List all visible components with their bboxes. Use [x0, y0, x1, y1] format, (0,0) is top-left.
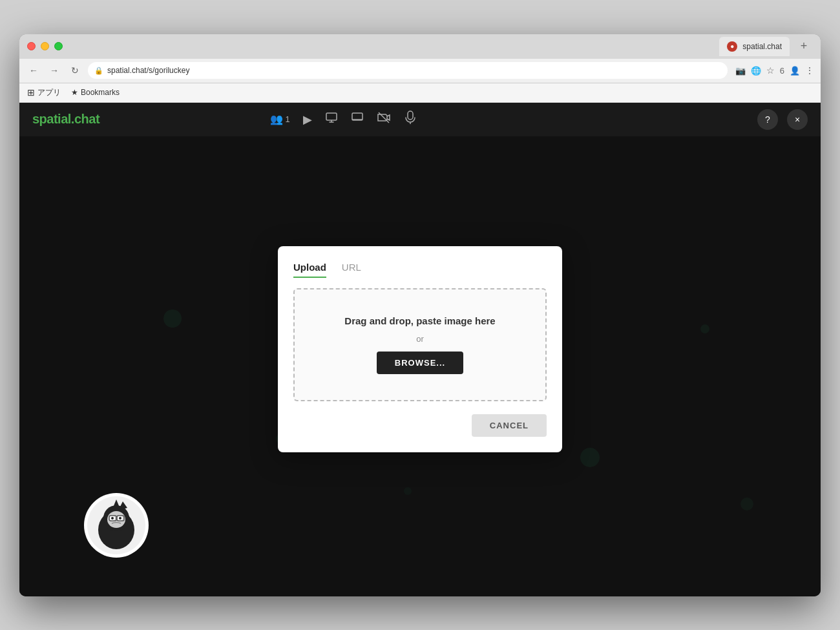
- star-icon[interactable]: ☆: [766, 65, 775, 76]
- more-icon[interactable]: ⋮: [805, 65, 814, 76]
- title-bar-right: ● spatial.chat +: [719, 37, 813, 56]
- tab-upload[interactable]: Upload: [293, 262, 326, 278]
- modal-footer: CANCEL: [293, 414, 547, 437]
- browse-button[interactable]: BROWSE...: [377, 352, 463, 374]
- tab-url[interactable]: URL: [342, 262, 361, 278]
- app-content: spatial.chat 👥 1 ▶: [19, 103, 821, 596]
- upload-modal: Upload URL Drag and drop, paste image he…: [278, 246, 562, 452]
- extension-icon[interactable]: 6: [780, 66, 784, 76]
- address-bar: ← → ↻ 🔒 spatial.chat/s/goriluckey 📷 🌐 ☆ …: [19, 59, 821, 83]
- title-bar: ● spatial.chat +: [19, 34, 821, 59]
- modal-tabs: Upload URL: [293, 262, 547, 278]
- maximize-traffic-light[interactable]: [54, 42, 63, 50]
- tab-label: spatial.chat: [742, 42, 782, 51]
- new-tab-button[interactable]: +: [795, 37, 813, 56]
- cancel-button[interactable]: CANCEL: [472, 414, 547, 437]
- tab-close-icon[interactable]: ●: [727, 41, 737, 52]
- browser-chrome: ● spatial.chat + ← → ↻ 🔒 spatial.chat/s/…: [19, 34, 821, 103]
- translate-icon[interactable]: 🌐: [751, 66, 761, 76]
- back-button[interactable]: ←: [26, 63, 41, 78]
- active-tab[interactable]: ● spatial.chat: [719, 37, 790, 56]
- drop-or-text: or: [416, 334, 424, 344]
- drop-zone[interactable]: Drag and drop, paste image here or BROWS…: [293, 288, 547, 401]
- lock-icon: 🔒: [94, 67, 103, 75]
- profile-icon[interactable]: 👤: [790, 66, 800, 76]
- apps-grid-icon: ⊞: [27, 87, 35, 98]
- bookmarks-bar: ⊞ アプリ ★ Bookmarks: [19, 83, 821, 103]
- url-field[interactable]: 🔒 spatial.chat/s/goriluckey: [88, 62, 728, 79]
- star-bookmark-icon: ★: [71, 88, 78, 97]
- browser-window: ● spatial.chat + ← → ↻ 🔒 spatial.chat/s/…: [19, 34, 821, 596]
- modal-overlay: Upload URL Drag and drop, paste image he…: [19, 103, 821, 596]
- bookmarks-bookmark[interactable]: ★ Bookmarks: [71, 88, 120, 97]
- drop-text: Drag and drop, paste image here: [344, 315, 495, 326]
- forward-button[interactable]: →: [47, 63, 62, 78]
- url-text: spatial.chat/s/goriluckey: [107, 66, 189, 75]
- minimize-traffic-light[interactable]: [41, 42, 49, 50]
- close-traffic-light[interactable]: [27, 42, 36, 50]
- camera-icon[interactable]: 📷: [735, 66, 746, 76]
- apps-bookmark[interactable]: ⊞ アプリ: [27, 87, 61, 98]
- reload-button[interactable]: ↻: [67, 63, 83, 78]
